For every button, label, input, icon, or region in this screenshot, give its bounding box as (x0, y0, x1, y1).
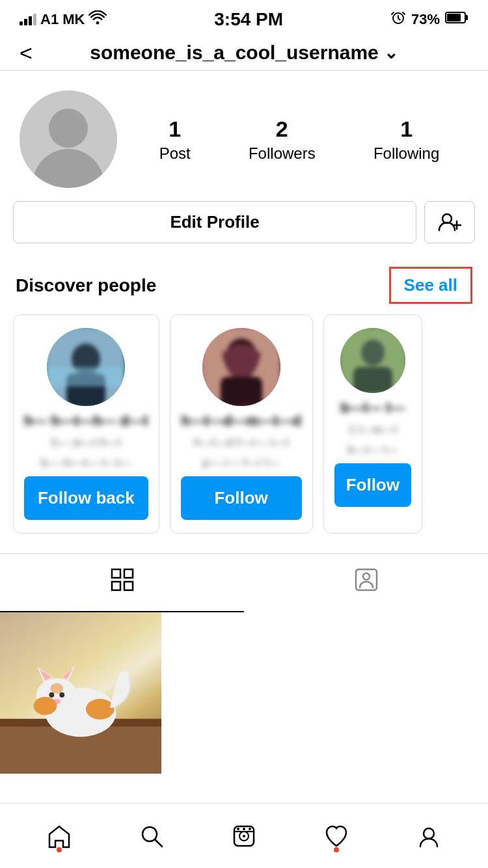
svg-point-32 (49, 692, 54, 698)
content-tabs (0, 553, 488, 612)
svg-point-0 (96, 21, 100, 25)
discover-sub2-2: p— r— f—r t— (181, 456, 302, 470)
bottom-nav (0, 803, 488, 868)
profile-section: 1 Post 2 Followers 1 Following (0, 71, 488, 201)
dropdown-chevron-icon[interactable]: ⌄ (384, 43, 398, 63)
discover-avatar-1 (47, 328, 125, 406)
activity-dot (334, 847, 339, 852)
carrier-label: A1 MK (40, 11, 85, 28)
edit-profile-button[interactable]: Edit Profile (13, 201, 416, 243)
svg-rect-3 (465, 15, 468, 20)
username-header: someone_is_a_cool_username ⌄ (90, 42, 398, 64)
svg-rect-4 (447, 14, 461, 21)
discover-name-3: b—l— t— (334, 400, 411, 416)
nav-profile[interactable] (415, 822, 442, 850)
add-person-icon (438, 212, 461, 233)
grid-icon (111, 568, 134, 597)
svg-point-47 (424, 828, 434, 839)
svg-point-36 (86, 699, 115, 720)
discover-sub1-2: h—t—d f—r— t—t (181, 436, 302, 450)
avatar-placeholder (20, 90, 117, 188)
discover-avatar-2 (202, 328, 280, 406)
add-person-button[interactable] (424, 201, 475, 243)
follow-button-2[interactable]: Follow (181, 476, 302, 520)
stats-row: 1 Post 2 Followers 1 Following (130, 116, 468, 163)
person-tag-icon (355, 568, 378, 597)
discover-sub1-1: h— w—t h—t (24, 436, 148, 450)
svg-point-45 (243, 828, 245, 830)
svg-line-39 (155, 839, 162, 847)
discover-header: Discover people See all (0, 256, 488, 314)
svg-point-33 (59, 692, 64, 698)
svg-point-37 (50, 683, 63, 694)
discover-name-2: h—t—d—m—t—d (181, 413, 302, 429)
stat-followers[interactable]: 2 Followers (249, 116, 316, 163)
tab-tagged[interactable] (244, 554, 488, 612)
cat-image (0, 612, 161, 774)
status-right: 73% (390, 10, 468, 29)
svg-point-44 (237, 828, 239, 830)
discover-sub2-1: b— m—t— t—t— (24, 456, 148, 470)
battery-percent: 73% (411, 11, 440, 28)
discover-card-2: h—t—d—m—t—d h—t—d f—r— t—t p— r— f—r t— … (170, 314, 313, 534)
home-icon (46, 822, 73, 850)
status-bar: A1 MK 3:54 PM 73% (0, 0, 488, 35)
wifi-icon (88, 10, 107, 29)
following-count: 1 (400, 116, 413, 142)
posts-grid (0, 612, 488, 774)
svg-rect-18 (112, 569, 120, 578)
post-label: Post (159, 144, 191, 163)
discover-card-3: b—l— t— 1 t—w—t b—l— t— Follow (323, 314, 422, 534)
status-time: 3:54 PM (214, 9, 283, 30)
see-all-button[interactable]: See all (389, 267, 472, 304)
status-left: A1 MK (20, 10, 107, 29)
edit-row: Edit Profile (0, 201, 488, 256)
battery-icon (445, 11, 468, 28)
svg-point-42 (243, 835, 245, 837)
avatar-body (33, 149, 104, 188)
tab-grid[interactable] (0, 554, 244, 612)
post-count: 1 (169, 116, 181, 142)
svg-rect-14 (221, 377, 262, 406)
followers-label: Followers (249, 144, 316, 163)
discover-name-1: h— h—t—h— d—t (24, 413, 148, 429)
svg-point-16 (361, 340, 385, 366)
back-button[interactable]: < (20, 40, 33, 66)
discover-title: Discover people (16, 275, 156, 296)
stat-posts[interactable]: 1 Post (159, 116, 191, 163)
svg-rect-11 (47, 367, 125, 387)
avatar-head (49, 109, 88, 148)
top-nav: < someone_is_a_cool_username ⌄ (0, 35, 488, 71)
alarm-icon (390, 10, 406, 29)
home-dot (57, 847, 62, 852)
discover-avatar-3 (340, 328, 405, 393)
follow-back-button[interactable]: Follow back (24, 476, 148, 520)
nav-home[interactable] (46, 822, 73, 850)
discover-sub1-3: 1 t—w—t (334, 423, 411, 437)
profile-nav-icon (415, 822, 442, 850)
avatar (20, 90, 117, 188)
nav-reels[interactable] (230, 822, 258, 850)
nav-activity[interactable] (323, 822, 350, 850)
svg-point-35 (34, 697, 57, 715)
svg-rect-19 (124, 569, 133, 578)
discover-card-1: h— h—t—h— d—t h— w—t h—t b— m—t— t—t— Fo… (13, 314, 159, 534)
search-icon (138, 822, 165, 850)
reels-icon (230, 822, 258, 850)
svg-point-23 (363, 573, 370, 580)
discover-sub2-3: b—l— t— (334, 443, 411, 457)
svg-rect-20 (112, 582, 120, 590)
follow-button-3[interactable]: Follow (334, 463, 411, 507)
svg-rect-21 (124, 582, 133, 590)
signal-bars-icon (20, 14, 36, 25)
svg-point-46 (249, 828, 251, 830)
heart-icon (323, 822, 350, 850)
discover-scroll: h— h—t—h— d—t h— w—t h—t b— m—t— t—t— Fo… (0, 314, 488, 547)
svg-rect-17 (353, 367, 392, 393)
username-text: someone_is_a_cool_username (90, 42, 379, 64)
followers-count: 2 (276, 116, 288, 142)
nav-search[interactable] (138, 822, 165, 850)
post-thumb-1[interactable] (0, 612, 161, 774)
following-label: Following (373, 144, 439, 163)
stat-following[interactable]: 1 Following (373, 116, 439, 163)
